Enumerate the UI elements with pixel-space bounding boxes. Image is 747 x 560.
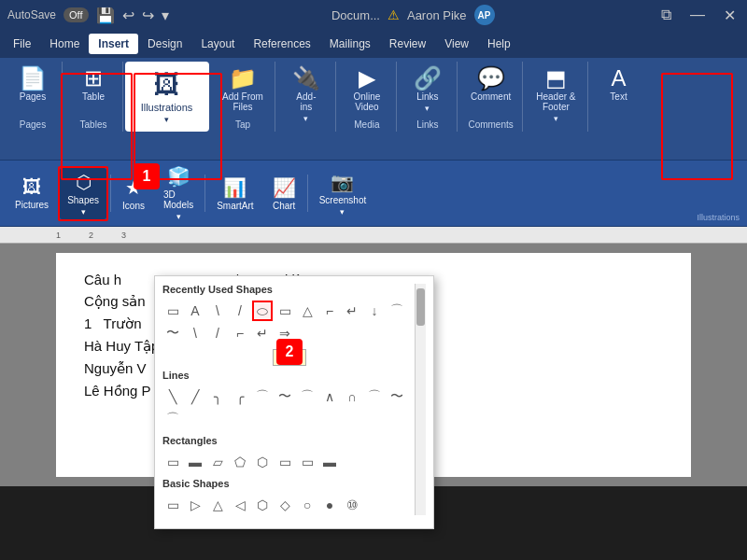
headerfooter-button[interactable]: ⬒ Header &Footer ▾: [530, 63, 581, 127]
autosave-toggle[interactable]: Off: [63, 7, 88, 22]
rect-round[interactable]: ▬: [185, 452, 205, 472]
menu-home[interactable]: Home: [40, 34, 89, 54]
basic-10[interactable]: ⑩: [342, 495, 362, 515]
line-arc4[interactable]: ⌒: [162, 409, 183, 429]
line-cap[interactable]: ∩: [342, 386, 362, 407]
menu-design[interactable]: Design: [138, 34, 191, 54]
line-straight[interactable]: ╲: [162, 386, 183, 407]
user-initials: AP: [478, 10, 491, 21]
restore-button[interactable]: ⧉: [657, 7, 675, 23]
line-curve2[interactable]: ╭: [230, 386, 250, 407]
menu-layout[interactable]: Layout: [191, 34, 244, 54]
user-badge[interactable]: AP: [474, 5, 495, 25]
scrollbar-track[interactable]: [415, 284, 426, 515]
basic-circle[interactable]: ○: [297, 495, 317, 515]
save-icon[interactable]: 💾: [96, 7, 115, 24]
rect-pentagon[interactable]: ⬠: [230, 452, 250, 472]
rect-snip[interactable]: ▱: [207, 452, 228, 472]
headerfooter-label: Header &Footer: [536, 91, 575, 112]
table-button[interactable]: ⊞ Table: [70, 63, 117, 105]
ribbon-group-links: 🔗 Links ▾ Links: [399, 62, 458, 132]
line-wave1[interactable]: 〜: [275, 386, 295, 407]
sub-screenshot[interactable]: 📷 Screenshot ▾: [312, 168, 374, 219]
line-arc1[interactable]: ⌒: [252, 386, 273, 407]
addins-button[interactable]: 🔌 Add-ins ▾: [283, 63, 330, 127]
title-bar-right: ⧉ — ✕: [657, 7, 740, 24]
text-button[interactable]: A Text: [596, 63, 642, 105]
basic-diamond[interactable]: ◇: [275, 495, 295, 515]
illustrations-button[interactable]: 🖼 Illustrations ▾: [135, 65, 199, 128]
line-arc3[interactable]: ⌒: [364, 386, 385, 407]
ribbon-group-illustrations: 🖼 Illustrations ▾: [125, 62, 209, 132]
basic-triangle[interactable]: △: [207, 495, 228, 515]
ribbon-group-pages: 📄 Pages Pages: [4, 62, 63, 132]
line-wave2[interactable]: 〜: [387, 386, 407, 407]
shape-roundrect[interactable]: ▭: [275, 301, 295, 321]
comment-button[interactable]: 💬 Comment: [465, 63, 516, 105]
rect-plain2[interactable]: ▭: [275, 452, 295, 472]
lines-title: Lines: [162, 370, 413, 381]
shape-oval[interactable]: ⬭: [252, 301, 273, 321]
basic-rect[interactable]: ▭: [162, 495, 183, 515]
shape-arrow3[interactable]: ↵: [252, 323, 273, 343]
line-up[interactable]: ∧: [319, 386, 340, 407]
rect-plain[interactable]: ▭: [162, 452, 183, 472]
line-arc2[interactable]: ⌒: [297, 386, 317, 407]
shape-line4[interactable]: /: [207, 323, 228, 343]
rect-wide[interactable]: ▬: [319, 452, 340, 472]
warning-icon: ⚠: [388, 7, 400, 22]
sub-3dmodels[interactable]: 🧊 3DModels ▾: [156, 162, 201, 224]
menu-references[interactable]: References: [244, 34, 319, 54]
shape-arc[interactable]: ⌒: [387, 301, 407, 321]
basicshapes-title: Basic Shapes: [162, 478, 413, 489]
addins-icon: 🔌: [292, 67, 320, 90]
customize-icon[interactable]: ▾: [162, 7, 169, 24]
basic-ltriangle[interactable]: ◁: [230, 495, 250, 515]
table-icon: ⊞: [84, 67, 103, 90]
menu-help[interactable]: Help: [478, 34, 520, 54]
menu-review[interactable]: Review: [380, 34, 435, 54]
addfiles-button[interactable]: 📁 Add FromFiles: [217, 63, 269, 116]
undo-icon[interactable]: ↩: [122, 7, 134, 24]
pages-button[interactable]: 📄 Pages: [9, 63, 56, 105]
shape-corner2[interactable]: ⌐: [230, 323, 250, 343]
shape-triangle[interactable]: △: [297, 301, 317, 321]
sub-smartart[interactable]: 📊 SmartArt: [209, 174, 261, 214]
pages-label: Pages: [20, 91, 46, 102]
links-group-label: Links: [416, 118, 438, 132]
shape-wave[interactable]: 〜: [162, 323, 183, 343]
shape-rect[interactable]: ▭: [162, 301, 183, 321]
shape-text[interactable]: A: [185, 301, 205, 321]
scrollbar-thumb[interactable]: [416, 288, 425, 326]
shape-arrow1[interactable]: ↵: [342, 301, 362, 321]
ribbon-group-media: ▶ OnlineVideo Media: [338, 62, 397, 132]
sub-chart[interactable]: 📈 Chart: [265, 174, 303, 214]
basic-circle-filled[interactable]: ●: [319, 495, 340, 515]
comment-label: Comment: [471, 91, 511, 102]
menu-insert[interactable]: Insert: [89, 34, 138, 54]
sub-shapes[interactable]: ⬡ Shapes ▾: [60, 168, 106, 219]
basic-rtriangle[interactable]: ▷: [185, 495, 205, 515]
line-curve1[interactable]: ╮: [207, 386, 228, 407]
menu-view[interactable]: View: [435, 34, 478, 54]
links-button[interactable]: 🔗 Links ▾: [404, 63, 451, 117]
sub-pictures[interactable]: 🖼 Pictures: [7, 174, 56, 213]
shape-corner[interactable]: ⌐: [319, 301, 340, 321]
redo-icon[interactable]: ↪: [142, 7, 154, 24]
shape-line3[interactable]: \: [185, 323, 205, 343]
text-label: Text: [610, 91, 627, 102]
menu-mailings[interactable]: Mailings: [320, 34, 380, 54]
rect-plain3[interactable]: ▭: [297, 452, 317, 472]
shape-line1[interactable]: \: [207, 301, 228, 321]
minimize-button[interactable]: —: [686, 7, 709, 23]
menu-file[interactable]: File: [4, 34, 40, 54]
illustrations-label: Illustrations: [141, 102, 193, 113]
shape-arrow2[interactable]: ↓: [364, 301, 385, 321]
shape-line2[interactable]: /: [230, 301, 250, 321]
basic-hex[interactable]: ⬡: [252, 495, 273, 515]
rect-hex[interactable]: ⬡: [252, 452, 273, 472]
onlinevideo-button[interactable]: ▶ OnlineVideo: [344, 63, 390, 116]
illustrations-arrow: ▾: [164, 115, 169, 124]
close-button[interactable]: ✕: [720, 7, 740, 24]
line-slash[interactable]: ╱: [185, 386, 205, 407]
